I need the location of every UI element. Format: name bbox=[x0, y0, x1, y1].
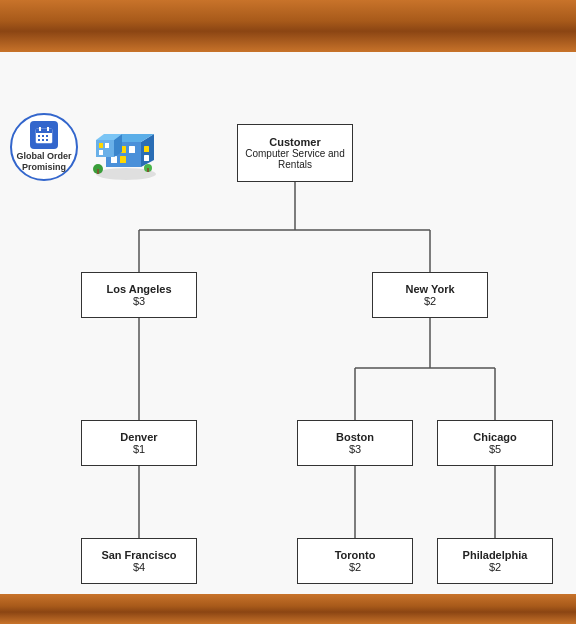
node-chicago: Chicago $5 bbox=[437, 420, 553, 466]
node-newyork: New York $2 bbox=[372, 272, 488, 318]
node-sanfrancisco-value: $4 bbox=[133, 561, 145, 573]
node-root: Customer Computer Service and Rentals bbox=[237, 124, 353, 182]
node-newyork-value: $2 bbox=[424, 295, 436, 307]
node-toronto-name: Toronto bbox=[335, 549, 376, 561]
node-boston-name: Boston bbox=[336, 431, 374, 443]
node-chicago-value: $5 bbox=[489, 443, 501, 455]
wood-bar-top bbox=[0, 0, 576, 52]
main-content: Global Order Promising bbox=[0, 52, 576, 594]
node-toronto-value: $2 bbox=[349, 561, 361, 573]
node-sanfrancisco-name: San Francisco bbox=[101, 549, 176, 561]
node-boston: Boston $3 bbox=[297, 420, 413, 466]
node-losangeles-name: Los Angeles bbox=[107, 283, 172, 295]
node-chicago-name: Chicago bbox=[473, 431, 516, 443]
node-denver-name: Denver bbox=[120, 431, 157, 443]
node-sanfrancisco: San Francisco $4 bbox=[81, 538, 197, 584]
node-boston-value: $3 bbox=[349, 443, 361, 455]
node-denver-value: $1 bbox=[133, 443, 145, 455]
node-newyork-name: New York bbox=[405, 283, 454, 295]
node-losangeles-value: $3 bbox=[133, 295, 145, 307]
node-losangeles: Los Angeles $3 bbox=[81, 272, 197, 318]
node-root-sub: Computer Service and Rentals bbox=[238, 148, 352, 170]
node-root-name: Customer bbox=[269, 136, 320, 148]
connector-lines bbox=[0, 114, 576, 594]
wood-bar-bottom bbox=[0, 594, 576, 624]
node-philadelphia-name: Philadelphia bbox=[463, 549, 528, 561]
node-toronto: Toronto $2 bbox=[297, 538, 413, 584]
node-denver: Denver $1 bbox=[81, 420, 197, 466]
node-philadelphia-value: $2 bbox=[489, 561, 501, 573]
node-philadelphia: Philadelphia $2 bbox=[437, 538, 553, 584]
org-chart: Customer Computer Service and Rentals Lo… bbox=[0, 114, 576, 594]
